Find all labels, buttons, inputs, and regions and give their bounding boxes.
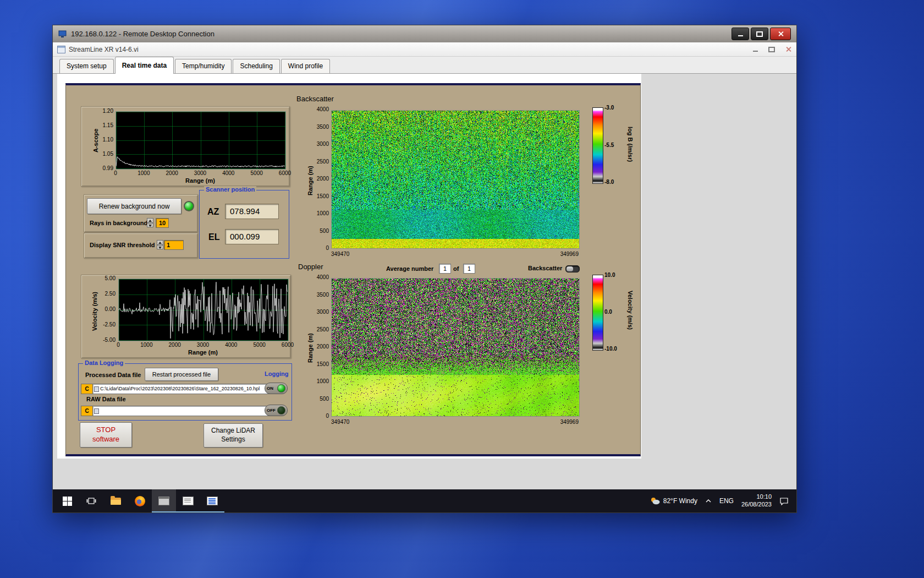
minimize-icon — [753, 51, 758, 52]
average-number-field[interactable]: 1 — [439, 264, 451, 274]
start-button[interactable] — [55, 489, 79, 512]
tick-label: 1.10 — [103, 137, 113, 143]
tab-bar: System setup Real time data Temp/humidit… — [53, 57, 796, 74]
tick-label: 5000 — [252, 342, 267, 348]
restart-processed-file-button[interactable]: Restart processed file — [145, 368, 218, 381]
tick-label: 2500 — [317, 159, 329, 165]
processed-logging-toggle[interactable]: ON — [265, 383, 288, 394]
tick-label: 1.15 — [103, 123, 113, 128]
decrement-icon[interactable] — [157, 245, 163, 250]
doppler-title: Doppler — [298, 263, 323, 271]
processed-data-file-label: Processed Data file — [85, 372, 141, 378]
scan-scheduler-icon — [183, 497, 194, 505]
labview-vi-icon — [57, 46, 65, 53]
rays-spinner[interactable] — [147, 218, 153, 227]
tick-label: 4000 — [223, 342, 239, 348]
app-restore-button[interactable] — [763, 43, 780, 56]
tick-label: 1000 — [317, 211, 329, 216]
snr-value-field[interactable]: 1 — [164, 240, 184, 250]
stop-button-line2: software — [92, 435, 119, 444]
folder-icon — [111, 498, 121, 505]
renew-background-button[interactable]: Renew background now — [87, 198, 182, 214]
app-minimize-button[interactable] — [747, 43, 763, 56]
tab-real-time-data[interactable]: Real time data — [115, 57, 174, 74]
tick-label: 3000 — [317, 309, 329, 315]
el-value: 000.099 — [225, 229, 279, 244]
raw-path-field[interactable] — [92, 406, 271, 416]
app-titlebar[interactable]: StreamLine XR v14-6.vi — [53, 42, 796, 57]
rdp-titlebar[interactable]: 192.168.0.122 - Remote Desktop Connectio… — [53, 25, 796, 43]
az-value: 078.994 — [225, 204, 279, 219]
desktop: 192.168.0.122 - Remote Desktop Connectio… — [0, 0, 924, 578]
tick-label: 500 — [320, 228, 329, 234]
weather-icon — [650, 497, 660, 505]
file-explorer-button[interactable] — [103, 489, 128, 512]
doppler-cb-max: 10.0 — [604, 272, 615, 278]
velocity-plot — [118, 279, 289, 341]
backscatter-cb-label: log B (/m/sr) — [627, 127, 634, 162]
raw-logging-toggle[interactable]: OFF — [265, 405, 288, 416]
streamline-app-icon — [158, 497, 169, 505]
processed-path-field[interactable]: C:\Lidar\Data\Proc\2023\202308\20230826\… — [92, 384, 271, 394]
stop-button-line1: STOP — [96, 426, 116, 435]
task-view-icon — [86, 497, 96, 505]
average-total-field[interactable]: 1 — [463, 264, 475, 274]
raw-drive-button[interactable]: C — [81, 406, 93, 416]
decrement-icon[interactable] — [147, 223, 153, 228]
backscatter-cb-min: -8.0 — [604, 179, 614, 185]
maximize-button[interactable] — [751, 28, 768, 40]
tab-temp-humidity[interactable]: Temp/humidity — [175, 59, 232, 73]
maximize-icon — [756, 31, 763, 37]
system-tray: 82°F Windy ENG 10:10 26/08/2023 — [650, 489, 796, 512]
close-icon — [785, 46, 791, 52]
tick-label: 0 — [108, 171, 123, 176]
tick-label: 3000 — [193, 171, 208, 176]
tab-system-setup[interactable]: System setup — [59, 59, 114, 73]
streamline-app-button[interactable] — [152, 489, 176, 512]
app-window-controls — [747, 43, 796, 56]
tab-scheduling[interactable]: Scheduling — [233, 59, 279, 73]
doppler-cb-min: -10.0 — [604, 346, 617, 352]
doppler-heatmap — [331, 278, 580, 417]
action-center-icon[interactable] — [779, 497, 789, 505]
firefox-button[interactable] — [128, 489, 152, 512]
doppler-yticks: 40003500300025002000150010005000 — [309, 275, 329, 419]
increment-icon[interactable] — [157, 240, 163, 245]
snr-group: Display SNR threshold 1 — [84, 233, 198, 258]
language-indicator[interactable]: ENG — [719, 497, 734, 505]
close-button[interactable] — [770, 28, 791, 40]
tray-expand-chevron-icon[interactable] — [705, 499, 712, 503]
tick-label: 6000 — [277, 171, 293, 176]
settings-button-line2: Settings — [221, 435, 245, 444]
vi-window-button[interactable] — [200, 489, 224, 512]
task-view-button[interactable] — [79, 489, 103, 512]
tab-wind-profile[interactable]: Wind profile — [281, 59, 330, 73]
backscatter-title: Backscatter — [296, 95, 334, 103]
change-lidar-settings-button[interactable]: Change LiDAR Settings — [204, 423, 263, 448]
slider-knob[interactable] — [566, 266, 573, 271]
vi-window-icon — [207, 497, 218, 505]
snr-spinner[interactable] — [157, 240, 163, 249]
app-close-button[interactable] — [780, 43, 796, 56]
firefox-icon — [135, 496, 145, 506]
stop-software-button[interactable]: STOP software — [80, 422, 132, 448]
scan-scheduler-button[interactable] — [176, 489, 200, 512]
average-number-label: Average number — [386, 265, 433, 272]
backscatter-heatmap — [331, 110, 580, 249]
velocity-yticks: 5.002.500.00-2.50-5.00 — [92, 276, 116, 343]
clock[interactable]: 10:10 26/08/2023 — [741, 493, 772, 509]
tick-label: 500 — [320, 396, 329, 402]
background-status-led — [184, 201, 194, 211]
rays-value-field[interactable]: 10 — [156, 218, 169, 228]
tick-label: 6000 — [280, 342, 295, 348]
tick-label: 2000 — [167, 342, 183, 348]
backscatter-toggle[interactable] — [565, 265, 580, 272]
processed-drive-button[interactable]: C — [81, 384, 93, 394]
doppler-colorbar — [592, 275, 603, 351]
weather-widget[interactable]: 82°F Windy — [650, 497, 697, 505]
minimize-button[interactable] — [732, 28, 749, 40]
ascope-yticks: 1.201.151.101.050.99 — [94, 108, 113, 171]
ascope-graph: A-scope 1.201.151.101.050.99 01000200030… — [81, 106, 290, 187]
increment-icon[interactable] — [147, 218, 153, 223]
weather-text: 82°F Windy — [663, 497, 697, 505]
